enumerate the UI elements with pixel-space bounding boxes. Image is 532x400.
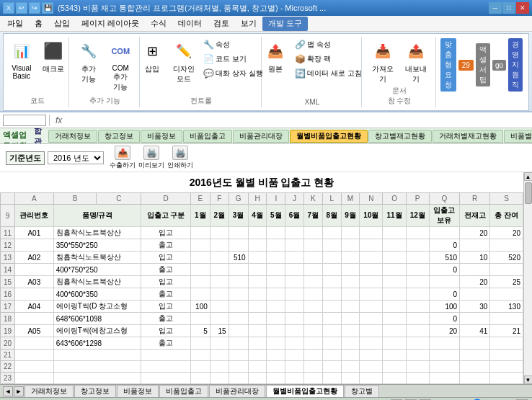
cell-a05b-id[interactable] <box>15 337 54 350</box>
cell-a01-m12[interactable] <box>406 227 429 239</box>
cell-a04-m10[interactable] <box>360 301 383 313</box>
print-btn[interactable]: 🖨️ 인쇄하기 <box>167 146 193 170</box>
cell-a05-m11[interactable] <box>383 325 406 337</box>
cell-a01b-type[interactable]: 출고 <box>141 239 190 252</box>
cell-a02b-m10[interactable] <box>360 264 383 276</box>
cell-a02-m4[interactable] <box>248 252 267 264</box>
cell-a04b-m2[interactable] <box>210 313 229 325</box>
save-icon[interactable]: 💾 <box>42 2 53 14</box>
cell-a01-m11[interactable] <box>383 227 406 239</box>
cell-a03b-type[interactable]: 출고 <box>141 288 190 301</box>
cell-a05b-m1[interactable] <box>190 337 210 350</box>
cell-a05-prev[interactable]: 41 <box>460 325 490 337</box>
cell-a03b-name[interactable]: 400*600*350 <box>53 288 141 301</box>
cell-a04b-type[interactable]: 출고 <box>141 313 190 325</box>
cell-a02b-m6[interactable] <box>285 264 304 276</box>
cell-a03b-m4[interactable] <box>248 288 267 301</box>
count-btn[interactable]: 29 <box>458 60 474 71</box>
nav-tab-warehouse-stock[interactable]: 창고별재고현황 <box>368 130 432 143</box>
cell-a02-m7[interactable] <box>304 252 323 264</box>
cell-a03b-m10[interactable] <box>360 288 383 301</box>
cell-a01-m1[interactable] <box>190 227 210 239</box>
nav-tab-ledger[interactable]: 비품관리대장 <box>233 130 289 143</box>
mgmt-btn[interactable]: 경영지원직 <box>508 38 523 92</box>
source-btn[interactable]: 📤 원본 <box>261 38 290 76</box>
cell-a03-m12[interactable] <box>406 276 429 288</box>
cell-a01-m9[interactable] <box>341 227 360 239</box>
cell-a04b-m4[interactable] <box>248 313 267 325</box>
tab-scroll-left-btn[interactable]: ◄ <box>3 386 13 396</box>
cell-a02-m2[interactable] <box>210 252 229 264</box>
cell-a01-m7[interactable] <box>304 227 323 239</box>
cell-a03b-total[interactable] <box>490 288 523 301</box>
cell-a03-name[interactable]: 침흡착식노트북상산 <box>53 276 141 288</box>
cell-a01-m6[interactable] <box>285 227 304 239</box>
bottom-tab-inout[interactable]: 비품입출고 <box>159 385 208 398</box>
cell-a01b-io[interactable]: 0 <box>429 239 459 252</box>
cell-a04b-io[interactable]: 0 <box>429 313 459 325</box>
tab-scroll-right-btn[interactable]: ► <box>14 386 24 396</box>
cell-a01b-prev[interactable] <box>460 239 490 252</box>
spreadsheet[interactable]: 2016년도 월별 비품 입출고 현황 A B C D E F G <box>0 172 523 384</box>
cell-a03b-m9[interactable] <box>341 288 360 301</box>
cell-a03-type[interactable]: 입고 <box>141 276 190 288</box>
cell-a02b-m5[interactable] <box>267 264 285 276</box>
insert-ctrl-btn[interactable]: ⊞ 삽입 <box>138 38 167 76</box>
cell-a01-m2[interactable] <box>210 227 229 239</box>
cell-a05b-m10[interactable] <box>360 337 383 350</box>
cell-a05b-m3[interactable] <box>229 337 248 350</box>
cell-a02-m3[interactable]: 510 <box>229 252 248 264</box>
cell-a05b-m11[interactable] <box>383 337 406 350</box>
year-select[interactable]: 2016 년도 <box>48 151 104 164</box>
cell-a02b-m11[interactable] <box>383 264 406 276</box>
menu-view[interactable]: 보기 <box>235 17 262 31</box>
nav-tab-item[interactable]: 비품정보 <box>141 130 182 143</box>
cell-a03b-m7[interactable] <box>304 288 323 301</box>
cell-a04b-m5[interactable] <box>267 313 285 325</box>
cell-a01-id[interactable]: A01 <box>15 227 54 239</box>
cell-a05-m4[interactable] <box>248 325 267 337</box>
cell-a05-m6[interactable] <box>285 325 304 337</box>
cell-a04-prev[interactable]: 30 <box>460 301 490 313</box>
cell-a05b-m12[interactable] <box>406 337 429 350</box>
cell-a02b-m1[interactable] <box>190 264 210 276</box>
cell-a01-name[interactable]: 침흡착식노트북상산 <box>53 227 141 239</box>
cell-a02b-io[interactable]: 0 <box>429 264 459 276</box>
cell-a03b-id[interactable] <box>15 288 54 301</box>
cell-a03-m3[interactable] <box>229 276 248 288</box>
cell-a05-m7[interactable] <box>304 325 323 337</box>
import-btn[interactable]: 📥 가져오기 <box>368 38 398 86</box>
menu-data[interactable]: 데이터 <box>172 17 208 31</box>
bottom-tab-warehouse[interactable]: 창고정보 <box>74 385 116 398</box>
cell-a04b-name[interactable]: 648*606*1098 <box>53 313 141 325</box>
cell-a03-m5[interactable] <box>267 276 285 288</box>
cell-a02-id[interactable]: A02 <box>15 252 54 264</box>
cell-a03b-io[interactable]: 0 <box>429 288 459 301</box>
cell-a05b-m4[interactable] <box>248 337 267 350</box>
cell-a05b-m5[interactable] <box>267 337 285 350</box>
cell-a04-m1[interactable]: 100 <box>190 301 210 313</box>
cell-a01b-m12[interactable] <box>406 239 429 252</box>
map-props-btn[interactable]: 🔗 맵 속성 <box>293 38 363 51</box>
cell-a02-prev[interactable]: 10 <box>460 252 490 264</box>
scroll-down-btn[interactable]: ▼ <box>524 375 533 384</box>
macro-btn[interactable]: ⬛ 매크로 <box>39 38 68 76</box>
maximize-btn[interactable]: □ <box>502 2 515 14</box>
cell-a03b-m5[interactable] <box>267 288 285 301</box>
cell-a01b-m7[interactable] <box>304 239 323 252</box>
cell-a02-name[interactable]: 침흡착식노트북상산 <box>53 252 141 264</box>
cell-a02b-prev[interactable] <box>460 264 490 276</box>
cell-a03-m10[interactable] <box>360 276 383 288</box>
nav-tab-warehouse[interactable]: 창고정보 <box>98 130 140 143</box>
cell-a03b-m11[interactable] <box>383 288 406 301</box>
cell-a03b-m2[interactable] <box>210 288 229 301</box>
cell-a05-type[interactable]: 입고 <box>141 325 190 337</box>
cell-a05-m10[interactable] <box>360 325 383 337</box>
view-code-btn[interactable]: 📄 코드 보기 <box>201 53 265 66</box>
cell-a04b-id[interactable] <box>15 313 54 325</box>
nav-tab-monthly[interactable]: 월별비품입출고현황 <box>290 130 368 143</box>
cell-a04b-m9[interactable] <box>341 313 360 325</box>
cell-a05b-total[interactable] <box>490 337 523 350</box>
cell-a04-io[interactable]: 100 <box>429 301 459 313</box>
cell-a02-m12[interactable] <box>406 252 429 264</box>
